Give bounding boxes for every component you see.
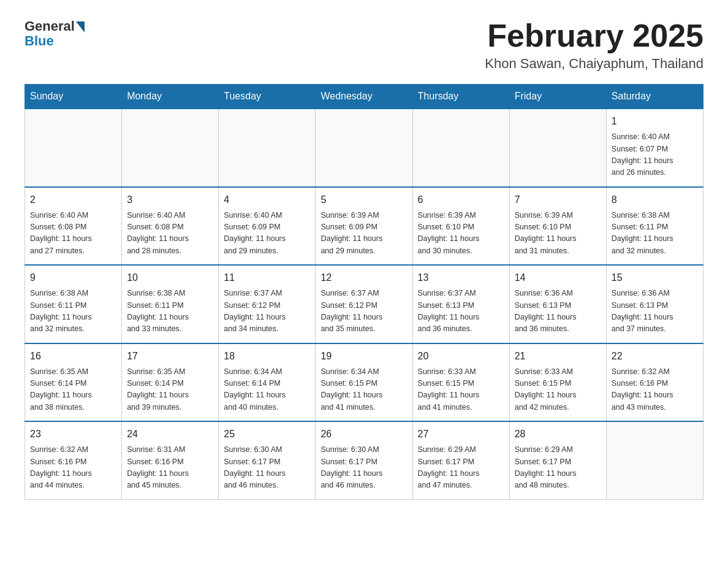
calendar-cell: 4Sunrise: 6:40 AM Sunset: 6:09 PM Daylig… bbox=[219, 187, 316, 266]
calendar-cell: 9Sunrise: 6:38 AM Sunset: 6:11 PM Daylig… bbox=[25, 265, 122, 343]
day-info: Sunrise: 6:34 AM Sunset: 6:15 PM Dayligh… bbox=[320, 366, 407, 414]
calendar-cell: 2Sunrise: 6:40 AM Sunset: 6:08 PM Daylig… bbox=[25, 187, 122, 266]
calendar-cell bbox=[412, 109, 509, 187]
day-number: 2 bbox=[30, 193, 116, 207]
calendar-header-row: SundayMondayTuesdayWednesdayThursdayFrid… bbox=[25, 85, 703, 109]
day-number: 10 bbox=[127, 270, 213, 285]
calendar-cell: 1Sunrise: 6:40 AM Sunset: 6:07 PM Daylig… bbox=[606, 109, 703, 187]
day-number: 6 bbox=[418, 193, 504, 207]
weekday-header-saturday: Saturday bbox=[606, 85, 703, 109]
calendar-cell bbox=[219, 109, 316, 187]
day-info: Sunrise: 6:32 AM Sunset: 6:16 PM Dayligh… bbox=[612, 366, 698, 414]
day-info: Sunrise: 6:37 AM Sunset: 6:13 PM Dayligh… bbox=[418, 288, 504, 335]
day-number: 16 bbox=[30, 349, 116, 364]
calendar-cell: 18Sunrise: 6:34 AM Sunset: 6:14 PM Dayli… bbox=[219, 343, 316, 422]
day-number: 3 bbox=[127, 193, 213, 207]
day-info: Sunrise: 6:37 AM Sunset: 6:12 PM Dayligh… bbox=[320, 288, 407, 335]
day-info: Sunrise: 6:40 AM Sunset: 6:08 PM Dayligh… bbox=[30, 210, 116, 258]
day-info: Sunrise: 6:33 AM Sunset: 6:15 PM Dayligh… bbox=[418, 366, 504, 414]
day-number: 9 bbox=[30, 270, 116, 285]
day-number: 19 bbox=[320, 349, 407, 364]
calendar-week-3: 9Sunrise: 6:38 AM Sunset: 6:11 PM Daylig… bbox=[25, 265, 703, 343]
calendar-cell: 12Sunrise: 6:37 AM Sunset: 6:12 PM Dayli… bbox=[316, 265, 412, 343]
day-info: Sunrise: 6:32 AM Sunset: 6:16 PM Dayligh… bbox=[30, 444, 116, 492]
logo: General Blue bbox=[25, 18, 85, 49]
day-info: Sunrise: 6:39 AM Sunset: 6:10 PM Dayligh… bbox=[418, 210, 504, 258]
calendar-cell: 15Sunrise: 6:36 AM Sunset: 6:13 PM Dayli… bbox=[606, 265, 703, 343]
calendar-cell: 8Sunrise: 6:38 AM Sunset: 6:11 PM Daylig… bbox=[606, 187, 703, 266]
logo-general-text: General bbox=[25, 18, 75, 34]
calendar-week-1: 1Sunrise: 6:40 AM Sunset: 6:07 PM Daylig… bbox=[25, 109, 703, 187]
day-info: Sunrise: 6:30 AM Sunset: 6:17 PM Dayligh… bbox=[320, 444, 407, 492]
day-number: 25 bbox=[224, 427, 310, 442]
day-info: Sunrise: 6:35 AM Sunset: 6:14 PM Dayligh… bbox=[127, 366, 213, 414]
day-info: Sunrise: 6:38 AM Sunset: 6:11 PM Dayligh… bbox=[127, 288, 213, 335]
day-number: 14 bbox=[515, 270, 601, 285]
page-header: General Blue February 2025 Khon Sawan, C… bbox=[25, 18, 703, 72]
calendar-cell: 27Sunrise: 6:29 AM Sunset: 6:17 PM Dayli… bbox=[412, 421, 509, 499]
calendar-cell bbox=[606, 421, 703, 499]
calendar-cell bbox=[316, 109, 412, 187]
calendar-cell: 25Sunrise: 6:30 AM Sunset: 6:17 PM Dayli… bbox=[219, 421, 316, 499]
weekday-header-tuesday: Tuesday bbox=[219, 85, 316, 109]
calendar-cell: 10Sunrise: 6:38 AM Sunset: 6:11 PM Dayli… bbox=[122, 265, 219, 343]
day-number: 21 bbox=[515, 349, 601, 364]
calendar-cell: 19Sunrise: 6:34 AM Sunset: 6:15 PM Dayli… bbox=[316, 343, 412, 422]
day-number: 27 bbox=[418, 427, 504, 442]
weekday-header-friday: Friday bbox=[509, 85, 606, 109]
calendar-week-2: 2Sunrise: 6:40 AM Sunset: 6:08 PM Daylig… bbox=[25, 187, 703, 266]
day-info: Sunrise: 6:37 AM Sunset: 6:12 PM Dayligh… bbox=[224, 288, 310, 335]
calendar-cell: 13Sunrise: 6:37 AM Sunset: 6:13 PM Dayli… bbox=[412, 265, 509, 343]
day-number: 1 bbox=[612, 114, 698, 129]
day-info: Sunrise: 6:39 AM Sunset: 6:09 PM Dayligh… bbox=[320, 210, 407, 258]
day-number: 4 bbox=[224, 193, 310, 207]
day-info: Sunrise: 6:33 AM Sunset: 6:15 PM Dayligh… bbox=[515, 366, 601, 414]
day-number: 28 bbox=[515, 427, 601, 442]
day-info: Sunrise: 6:29 AM Sunset: 6:17 PM Dayligh… bbox=[418, 444, 504, 492]
day-number: 11 bbox=[224, 270, 310, 285]
calendar-cell bbox=[509, 109, 606, 187]
logo-arrow-icon bbox=[76, 21, 85, 33]
weekday-header-sunday: Sunday bbox=[25, 85, 122, 109]
day-info: Sunrise: 6:36 AM Sunset: 6:13 PM Dayligh… bbox=[515, 288, 601, 335]
calendar-cell bbox=[25, 109, 122, 187]
day-info: Sunrise: 6:30 AM Sunset: 6:17 PM Dayligh… bbox=[224, 444, 310, 492]
day-number: 26 bbox=[320, 427, 407, 442]
day-number: 5 bbox=[320, 193, 407, 207]
calendar-cell: 24Sunrise: 6:31 AM Sunset: 6:16 PM Dayli… bbox=[122, 421, 219, 499]
calendar-cell: 11Sunrise: 6:37 AM Sunset: 6:12 PM Dayli… bbox=[219, 265, 316, 343]
day-number: 8 bbox=[612, 193, 698, 207]
day-info: Sunrise: 6:31 AM Sunset: 6:16 PM Dayligh… bbox=[127, 444, 213, 492]
day-number: 13 bbox=[418, 270, 504, 285]
title-block: February 2025 Khon Sawan, Chaiyaphum, Th… bbox=[485, 18, 703, 72]
day-number: 22 bbox=[612, 349, 698, 364]
day-info: Sunrise: 6:40 AM Sunset: 6:09 PM Dayligh… bbox=[224, 210, 310, 258]
calendar-week-4: 16Sunrise: 6:35 AM Sunset: 6:14 PM Dayli… bbox=[25, 343, 703, 422]
weekday-header-monday: Monday bbox=[122, 85, 219, 109]
day-number: 17 bbox=[127, 349, 213, 364]
day-info: Sunrise: 6:35 AM Sunset: 6:14 PM Dayligh… bbox=[30, 366, 116, 414]
calendar-cell: 23Sunrise: 6:32 AM Sunset: 6:16 PM Dayli… bbox=[25, 421, 122, 499]
day-number: 24 bbox=[127, 427, 213, 442]
day-info: Sunrise: 6:39 AM Sunset: 6:10 PM Dayligh… bbox=[515, 210, 601, 258]
day-number: 20 bbox=[418, 349, 504, 364]
day-number: 12 bbox=[320, 270, 407, 285]
day-info: Sunrise: 6:40 AM Sunset: 6:08 PM Dayligh… bbox=[127, 210, 213, 258]
day-info: Sunrise: 6:38 AM Sunset: 6:11 PM Dayligh… bbox=[612, 210, 698, 258]
calendar-cell: 7Sunrise: 6:39 AM Sunset: 6:10 PM Daylig… bbox=[509, 187, 606, 266]
calendar-cell: 22Sunrise: 6:32 AM Sunset: 6:16 PM Dayli… bbox=[606, 343, 703, 422]
calendar-cell: 20Sunrise: 6:33 AM Sunset: 6:15 PM Dayli… bbox=[412, 343, 509, 422]
day-info: Sunrise: 6:34 AM Sunset: 6:14 PM Dayligh… bbox=[224, 366, 310, 414]
calendar-cell bbox=[122, 109, 219, 187]
calendar-cell: 28Sunrise: 6:29 AM Sunset: 6:17 PM Dayli… bbox=[509, 421, 606, 499]
calendar-cell: 3Sunrise: 6:40 AM Sunset: 6:08 PM Daylig… bbox=[122, 187, 219, 266]
day-info: Sunrise: 6:38 AM Sunset: 6:11 PM Dayligh… bbox=[30, 288, 116, 335]
weekday-header-wednesday: Wednesday bbox=[316, 85, 412, 109]
month-title: February 2025 bbox=[485, 18, 703, 53]
calendar-week-5: 23Sunrise: 6:32 AM Sunset: 6:16 PM Dayli… bbox=[25, 421, 703, 499]
day-info: Sunrise: 6:36 AM Sunset: 6:13 PM Dayligh… bbox=[612, 288, 698, 335]
day-number: 7 bbox=[515, 193, 601, 207]
weekday-header-thursday: Thursday bbox=[412, 85, 509, 109]
calendar-cell: 5Sunrise: 6:39 AM Sunset: 6:09 PM Daylig… bbox=[316, 187, 412, 266]
day-info: Sunrise: 6:40 AM Sunset: 6:07 PM Dayligh… bbox=[612, 131, 698, 179]
